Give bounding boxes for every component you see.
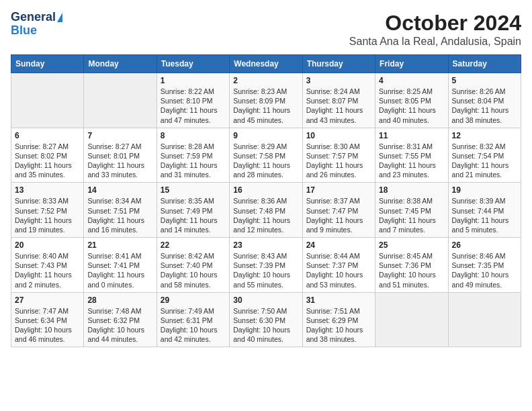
header-friday: Friday <box>375 55 448 73</box>
cell-info: Sunrise: 8:22 AMSunset: 8:10 PMDaylight:… <box>161 87 226 125</box>
table-row: 22Sunrise: 8:42 AMSunset: 7:40 PMDayligh… <box>157 238 229 293</box>
cell-day-number: 26 <box>452 240 517 250</box>
calendar-week-row: 20Sunrise: 8:40 AMSunset: 7:43 PMDayligh… <box>11 238 521 293</box>
calendar-week-row: 6Sunrise: 8:27 AMSunset: 8:02 PMDaylight… <box>11 128 521 183</box>
table-row: 8Sunrise: 8:28 AMSunset: 7:59 PMDaylight… <box>157 128 229 183</box>
calendar-week-row: 13Sunrise: 8:33 AMSunset: 7:52 PMDayligh… <box>11 183 521 238</box>
table-row: 24Sunrise: 8:44 AMSunset: 7:37 PMDayligh… <box>302 238 375 293</box>
table-row: 15Sunrise: 8:35 AMSunset: 7:49 PMDayligh… <box>157 183 229 238</box>
cell-info: Sunrise: 7:49 AMSunset: 6:31 PMDaylight:… <box>161 306 226 345</box>
cell-info: Sunrise: 8:43 AMSunset: 7:39 PMDaylight:… <box>233 251 298 289</box>
cell-info: Sunrise: 8:31 AMSunset: 7:55 PMDaylight:… <box>379 142 444 180</box>
cell-day-number: 11 <box>379 131 444 140</box>
cell-day-number: 31 <box>306 295 371 305</box>
table-row: 14Sunrise: 8:34 AMSunset: 7:51 PMDayligh… <box>84 183 157 238</box>
page-header: General Blue October 2024 Santa Ana la R… <box>11 11 521 48</box>
cell-day-number: 9 <box>233 131 298 140</box>
cell-day-number: 17 <box>306 185 371 195</box>
cell-day-number: 7 <box>87 131 152 140</box>
table-row <box>448 292 521 347</box>
cell-day-number: 4 <box>379 76 444 85</box>
cell-info: Sunrise: 8:42 AMSunset: 7:40 PMDaylight:… <box>161 251 226 289</box>
cell-day-number: 8 <box>161 131 226 140</box>
header-wednesday: Wednesday <box>230 55 302 73</box>
table-row: 16Sunrise: 8:36 AMSunset: 7:48 PMDayligh… <box>230 183 302 238</box>
cell-day-number: 24 <box>306 240 371 250</box>
calendar-week-row: 1Sunrise: 8:22 AMSunset: 8:10 PMDaylight… <box>11 73 521 128</box>
table-row: 29Sunrise: 7:49 AMSunset: 6:31 PMDayligh… <box>157 292 229 347</box>
cell-day-number: 5 <box>452 76 517 85</box>
cell-day-number: 19 <box>452 185 517 195</box>
table-row: 20Sunrise: 8:40 AMSunset: 7:43 PMDayligh… <box>11 238 84 293</box>
cell-info: Sunrise: 8:45 AMSunset: 7:36 PMDaylight:… <box>379 251 444 289</box>
table-row: 17Sunrise: 8:37 AMSunset: 7:47 PMDayligh… <box>302 183 375 238</box>
cell-info: Sunrise: 8:33 AMSunset: 7:52 PMDaylight:… <box>15 196 80 234</box>
table-row: 18Sunrise: 8:38 AMSunset: 7:45 PMDayligh… <box>375 183 448 238</box>
header-saturday: Saturday <box>448 55 521 73</box>
calendar-week-row: 27Sunrise: 7:47 AMSunset: 6:34 PMDayligh… <box>11 292 521 347</box>
cell-day-number: 6 <box>15 131 80 140</box>
page-subtitle: Santa Ana la Real, Andalusia, Spain <box>349 36 521 48</box>
cell-day-number: 2 <box>233 76 298 85</box>
cell-info: Sunrise: 8:40 AMSunset: 7:43 PMDaylight:… <box>15 251 80 289</box>
cell-day-number: 28 <box>87 295 152 305</box>
cell-info: Sunrise: 8:27 AMSunset: 8:01 PMDaylight:… <box>87 142 152 180</box>
cell-day-number: 30 <box>233 295 298 305</box>
table-row: 12Sunrise: 8:32 AMSunset: 7:54 PMDayligh… <box>448 128 521 183</box>
table-row <box>11 73 84 128</box>
cell-info: Sunrise: 8:34 AMSunset: 7:51 PMDaylight:… <box>87 196 152 234</box>
cell-day-number: 18 <box>379 185 444 195</box>
cell-info: Sunrise: 8:36 AMSunset: 7:48 PMDaylight:… <box>233 196 298 234</box>
table-row: 28Sunrise: 7:48 AMSunset: 6:32 PMDayligh… <box>84 292 157 347</box>
table-row <box>84 73 157 128</box>
table-row: 2Sunrise: 8:23 AMSunset: 8:09 PMDaylight… <box>230 73 302 128</box>
cell-info: Sunrise: 8:24 AMSunset: 8:07 PMDaylight:… <box>306 87 371 125</box>
table-row: 9Sunrise: 8:29 AMSunset: 7:58 PMDaylight… <box>230 128 302 183</box>
table-row: 23Sunrise: 8:43 AMSunset: 7:39 PMDayligh… <box>230 238 302 293</box>
logo-general: General <box>11 11 56 24</box>
table-row: 10Sunrise: 8:30 AMSunset: 7:57 PMDayligh… <box>302 128 375 183</box>
table-row: 19Sunrise: 8:39 AMSunset: 7:44 PMDayligh… <box>448 183 521 238</box>
cell-info: Sunrise: 8:38 AMSunset: 7:45 PMDaylight:… <box>379 196 444 234</box>
table-row: 7Sunrise: 8:27 AMSunset: 8:01 PMDaylight… <box>84 128 157 183</box>
table-row: 31Sunrise: 7:51 AMSunset: 6:29 PMDayligh… <box>302 292 375 347</box>
cell-day-number: 10 <box>306 131 371 140</box>
logo-blue: Blue <box>11 24 62 38</box>
cell-info: Sunrise: 8:46 AMSunset: 7:35 PMDaylight:… <box>452 251 517 289</box>
cell-info: Sunrise: 7:47 AMSunset: 6:34 PMDaylight:… <box>15 306 80 345</box>
cell-info: Sunrise: 8:32 AMSunset: 7:54 PMDaylight:… <box>452 142 517 180</box>
cell-info: Sunrise: 7:50 AMSunset: 6:30 PMDaylight:… <box>233 306 298 345</box>
cell-day-number: 1 <box>161 76 226 85</box>
table-row <box>375 292 448 347</box>
logo: General Blue <box>11 11 62 38</box>
cell-day-number: 12 <box>452 131 517 140</box>
cell-info: Sunrise: 8:37 AMSunset: 7:47 PMDaylight:… <box>306 196 371 234</box>
cell-info: Sunrise: 8:41 AMSunset: 7:41 PMDaylight:… <box>87 251 152 289</box>
cell-day-number: 29 <box>161 295 226 305</box>
cell-day-number: 13 <box>15 185 80 195</box>
cell-info: Sunrise: 8:25 AMSunset: 8:05 PMDaylight:… <box>379 87 444 125</box>
table-row: 21Sunrise: 8:41 AMSunset: 7:41 PMDayligh… <box>84 238 157 293</box>
table-row: 11Sunrise: 8:31 AMSunset: 7:55 PMDayligh… <box>375 128 448 183</box>
cell-day-number: 22 <box>161 240 226 250</box>
page-title: October 2024 <box>349 11 521 36</box>
cell-day-number: 3 <box>306 76 371 85</box>
header-sunday: Sunday <box>11 55 84 73</box>
cell-day-number: 16 <box>233 185 298 195</box>
cell-day-number: 25 <box>379 240 444 250</box>
cell-info: Sunrise: 8:23 AMSunset: 8:09 PMDaylight:… <box>233 87 298 125</box>
cell-info: Sunrise: 7:48 AMSunset: 6:32 PMDaylight:… <box>87 306 152 345</box>
calendar-header-row: Sunday Monday Tuesday Wednesday Thursday… <box>11 55 521 73</box>
cell-day-number: 27 <box>15 295 80 305</box>
table-row: 6Sunrise: 8:27 AMSunset: 8:02 PMDaylight… <box>11 128 84 183</box>
cell-day-number: 20 <box>15 240 80 250</box>
cell-day-number: 14 <box>87 185 152 195</box>
cell-info: Sunrise: 8:30 AMSunset: 7:57 PMDaylight:… <box>306 142 371 180</box>
cell-day-number: 15 <box>161 185 226 195</box>
table-row: 4Sunrise: 8:25 AMSunset: 8:05 PMDaylight… <box>375 73 448 128</box>
cell-info: Sunrise: 8:39 AMSunset: 7:44 PMDaylight:… <box>452 196 517 234</box>
cell-info: Sunrise: 8:27 AMSunset: 8:02 PMDaylight:… <box>15 142 80 180</box>
cell-info: Sunrise: 8:35 AMSunset: 7:49 PMDaylight:… <box>161 196 226 234</box>
table-row: 5Sunrise: 8:26 AMSunset: 8:04 PMDaylight… <box>448 73 521 128</box>
table-row: 13Sunrise: 8:33 AMSunset: 7:52 PMDayligh… <box>11 183 84 238</box>
